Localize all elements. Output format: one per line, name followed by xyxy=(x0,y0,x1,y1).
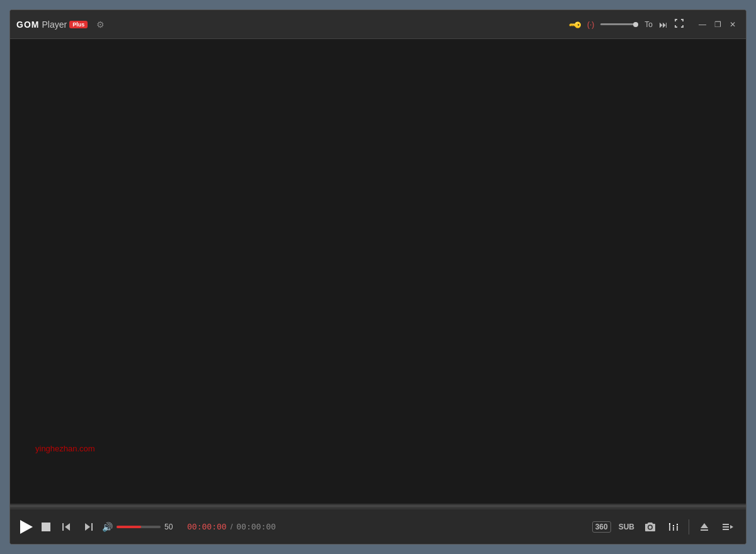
controls-right: 360 SUB xyxy=(592,519,736,534)
vr-360-button[interactable]: 360 xyxy=(592,521,611,533)
play-triangle-icon xyxy=(20,520,33,534)
camera-icon xyxy=(644,522,656,532)
restore-button[interactable]: ❐ xyxy=(711,18,724,31)
skip-prev-button[interactable] xyxy=(59,519,74,534)
window-controls: — ❐ ✕ xyxy=(696,18,740,31)
watermark: yinghezhan.com xyxy=(35,444,95,453)
svg-rect-14 xyxy=(723,529,729,530)
volume-paren-left: (·) xyxy=(587,20,594,29)
stop-icon xyxy=(42,523,50,531)
plus-badge: Plus xyxy=(69,21,88,28)
equalizer-button[interactable] xyxy=(666,519,681,534)
progress-area[interactable] xyxy=(10,504,746,509)
gom-logo: GOM Player Plus xyxy=(16,20,88,30)
time-current: 00:00:00 xyxy=(187,522,227,531)
play-button[interactable] xyxy=(20,520,33,534)
video-area[interactable]: yinghezhan.com xyxy=(10,39,746,504)
skip-next-icon xyxy=(83,522,93,532)
svg-rect-0 xyxy=(62,523,64,531)
svg-marker-15 xyxy=(730,525,733,529)
title-bar-right: 🔑 (·) To ⏭ — ❐ ✕ xyxy=(570,18,740,31)
playlist-icon xyxy=(722,522,733,532)
time-total: 00:00:00 xyxy=(236,522,276,531)
progress-bar[interactable] xyxy=(10,505,746,507)
minimize-button[interactable]: — xyxy=(696,18,709,31)
svg-rect-9 xyxy=(677,524,678,525)
player-text: Player xyxy=(42,20,67,30)
stop-button[interactable] xyxy=(39,520,53,534)
title-volume-thumb xyxy=(633,22,638,27)
settings-icon[interactable]: ⚙ xyxy=(96,20,105,30)
eject-icon xyxy=(699,522,709,532)
close-button[interactable]: ✕ xyxy=(726,18,740,31)
volume-speaker-icon[interactable]: 🔊 xyxy=(102,522,113,532)
volume-fill xyxy=(117,526,141,528)
skip-next-button[interactable] xyxy=(81,519,96,534)
time-display: 00:00:00 / 00:00:00 xyxy=(187,522,276,531)
svg-marker-10 xyxy=(701,523,708,528)
controls-bar: 🔊 50 00:00:00 / 00:00:00 360 SUB xyxy=(10,509,746,544)
fullscreen-icon[interactable] xyxy=(674,18,684,30)
svg-marker-1 xyxy=(65,523,70,531)
volume-area: 🔊 50 xyxy=(102,522,177,532)
volume-slider[interactable] xyxy=(117,526,161,528)
equalizer-icon xyxy=(668,522,679,532)
svg-rect-11 xyxy=(701,529,708,531)
skip-prev-icon xyxy=(62,522,72,532)
subtitle-button[interactable]: SUB xyxy=(619,523,634,531)
divider xyxy=(689,519,689,534)
svg-rect-4 xyxy=(669,524,670,531)
gom-text: GOM xyxy=(16,20,39,30)
screenshot-button[interactable] xyxy=(642,519,658,534)
title-bar: GOM Player Plus ⚙ 🔑 (·) To ⏭ xyxy=(10,10,746,39)
skip-end-icon[interactable]: ⏭ xyxy=(659,20,668,30)
volume-value: 50 xyxy=(164,523,177,531)
key-icon[interactable]: 🔑 xyxy=(568,17,583,31)
title-volume-slider[interactable] xyxy=(600,23,638,25)
svg-rect-7 xyxy=(673,525,674,526)
to-label: To xyxy=(644,20,653,29)
title-volume-fill xyxy=(600,23,638,25)
svg-marker-3 xyxy=(85,523,90,531)
svg-rect-12 xyxy=(723,524,729,525)
svg-rect-2 xyxy=(91,523,93,531)
time-separator: / xyxy=(231,522,233,531)
eject-button[interactable] xyxy=(697,519,712,534)
playlist-button[interactable] xyxy=(719,519,736,534)
svg-rect-5 xyxy=(669,523,670,524)
title-bar-left: GOM Player Plus ⚙ xyxy=(16,20,570,30)
title-volume-area: (·) xyxy=(587,20,594,29)
svg-rect-6 xyxy=(673,527,674,531)
svg-rect-13 xyxy=(723,526,729,528)
svg-rect-8 xyxy=(677,526,678,531)
player-window: GOM Player Plus ⚙ 🔑 (·) To ⏭ xyxy=(9,9,747,545)
